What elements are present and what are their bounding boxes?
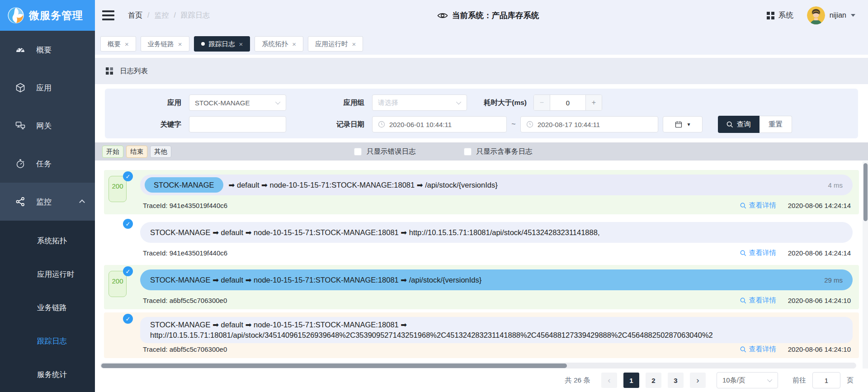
close-icon[interactable]: × bbox=[178, 40, 182, 48]
timer-icon bbox=[15, 159, 25, 169]
tab-trace-log[interactable]: 跟踪日志 × bbox=[194, 36, 250, 52]
check-icon: ✓ bbox=[123, 171, 133, 181]
log-route-bar[interactable]: STOCK-MANAGE ➡ default ➡ node-10-15-15-7… bbox=[140, 269, 853, 290]
log-time: 2020-08-06 14:24:14 bbox=[788, 249, 851, 257]
date-from-input[interactable]: 2020-06-01 10:44:11 bbox=[372, 116, 507, 132]
gauge-icon bbox=[15, 45, 25, 55]
search-icon bbox=[740, 298, 746, 304]
log-entry: ✓ STOCK-MANAGE ➡ default ➡ node-10-15-15… bbox=[104, 217, 859, 262]
app-name-pill: STOCK-MANAGE bbox=[145, 177, 223, 193]
prev-page-button[interactable]: ‹ bbox=[601, 373, 617, 388]
page-button-1[interactable]: 1 bbox=[623, 373, 639, 388]
search-button[interactable]: 查询 bbox=[718, 116, 760, 133]
username: nijian bbox=[830, 11, 846, 19]
caret-down-icon: ▾ bbox=[687, 121, 690, 128]
check-icon: ✓ bbox=[123, 219, 133, 229]
sidebar-item-business-chain[interactable]: 业务链路 bbox=[0, 291, 95, 325]
calendar-button[interactable]: ▾ bbox=[663, 116, 703, 132]
sidebar-item-applications[interactable]: 应用 bbox=[0, 69, 95, 107]
log-route-bar[interactable]: STOCK-MANAGE ➡ default ➡ node-10-15-15-7… bbox=[140, 222, 853, 243]
view-detail-link[interactable]: 查看详情 bbox=[740, 296, 776, 305]
date-to-input[interactable]: 2020-08-17 10:44:11 bbox=[520, 116, 658, 132]
clock-icon bbox=[526, 121, 533, 128]
view-detail-link[interactable]: 查看详情 bbox=[740, 345, 776, 354]
clock-icon bbox=[378, 121, 385, 128]
goto-page-input[interactable] bbox=[812, 372, 840, 388]
log-route-bar[interactable]: STOCK-MANAGE ➡ default ➡ node-10-15-15-7… bbox=[140, 175, 853, 195]
goto-suffix: 页 bbox=[847, 376, 854, 385]
tab-overview[interactable]: 概要 × bbox=[100, 36, 136, 52]
sidebar-item-service-stats[interactable]: 服务统计 bbox=[0, 358, 95, 392]
active-dot-icon bbox=[201, 42, 205, 46]
page-button-3[interactable]: 3 bbox=[668, 373, 684, 388]
grid-icon bbox=[767, 12, 774, 19]
breadcrumb-trace-log: 跟踪日志 bbox=[181, 11, 210, 20]
log-time: 2020-08-06 14:24:10 bbox=[788, 297, 851, 304]
tab-bar: 概要 × 业务链路 × 跟踪日志 × 系统拓扑 × 应用运行时 × bbox=[95, 31, 868, 55]
breadcrumb-home[interactable]: 首页 bbox=[128, 11, 142, 20]
next-page-button[interactable]: › bbox=[690, 373, 706, 388]
plus-button[interactable]: + bbox=[585, 95, 602, 110]
horizontal-scrollbar[interactable] bbox=[100, 363, 856, 368]
duration-value: 4 ms bbox=[821, 181, 843, 189]
top-bar: 微服务管理 首页 / 监控 / 跟踪日志 当前系统：产品库存系统 bbox=[0, 0, 868, 31]
pagination: 共 26 条 ‹ 1 2 3 › 10条/页 前往 页 bbox=[95, 368, 868, 392]
app-select[interactable]: STOCK-MANAGE bbox=[189, 94, 286, 111]
search-icon bbox=[740, 203, 746, 209]
sidebar-item-app-runtime[interactable]: 应用运行时 bbox=[0, 258, 95, 291]
log-list: 200 ✓ STOCK-MANAGE ➡ default ➡ node-10-1… bbox=[95, 161, 868, 368]
trace-id: TraceId: 941e435019f440c6 bbox=[143, 202, 227, 209]
close-icon[interactable]: × bbox=[292, 40, 296, 48]
page-size-select[interactable]: 10条/页 bbox=[717, 372, 778, 388]
app-logo[interactable]: 微服务管理 bbox=[0, 0, 95, 31]
trace-id: TraceId: a6bf5c5c706300e0 bbox=[143, 345, 227, 353]
keyword-input[interactable] bbox=[189, 116, 286, 132]
log-route-bar[interactable]: STOCK-MANAGE ➡ default ➡ node-10-15-15-7… bbox=[140, 317, 853, 343]
log-type-filter-row: 开始 结束 其他 只显示错误日志 只显示含事务日志 bbox=[95, 142, 868, 161]
tab-business-chain[interactable]: 业务链路 × bbox=[141, 36, 189, 52]
chevron-down-icon bbox=[456, 99, 461, 104]
duration-input[interactable] bbox=[550, 95, 585, 110]
reset-button[interactable]: 重置 bbox=[760, 116, 792, 133]
sidebar-item-monitor[interactable]: 监控 bbox=[0, 183, 95, 221]
user-menu[interactable]: nijian bbox=[807, 6, 855, 24]
checkbox-icon[interactable] bbox=[354, 148, 362, 156]
trace-id: TraceId: 941e435019f440c6 bbox=[143, 249, 227, 257]
sidebar-item-overview[interactable]: 概要 bbox=[0, 31, 95, 69]
sidebar-item-tasks[interactable]: 任务 bbox=[0, 145, 95, 183]
close-icon[interactable]: × bbox=[352, 40, 356, 48]
page-button-2[interactable]: 2 bbox=[646, 373, 661, 388]
app-group-select[interactable]: 请选择 bbox=[372, 94, 467, 111]
minus-button[interactable]: − bbox=[534, 95, 550, 110]
log-entry: 200 ✓ STOCK-MANAGE ➡ default ➡ node-10-1… bbox=[104, 170, 859, 214]
sidebar-submenu: 系统拓扑 应用运行时 业务链路 跟踪日志 服务统计 bbox=[0, 221, 95, 392]
logo-swirl-icon bbox=[7, 7, 24, 24]
checkbox-icon[interactable] bbox=[464, 148, 472, 156]
app-label: 应用 bbox=[105, 98, 189, 108]
filter-panel: 应用 STOCK-MANAGE 应用组 请选择 耗时大于(ms) − + bbox=[105, 89, 858, 138]
tag-end[interactable]: 结束 bbox=[126, 146, 147, 158]
sidebar-item-system-topology[interactable]: 系统拓扑 bbox=[0, 224, 95, 258]
view-detail-link[interactable]: 查看详情 bbox=[740, 249, 776, 257]
hamburger-menu-icon[interactable] bbox=[102, 10, 114, 20]
breadcrumb-monitor[interactable]: 监控 bbox=[154, 11, 169, 20]
app-group-label: 应用组 bbox=[286, 98, 372, 108]
sidebar-item-gateway[interactable]: 网关 bbox=[0, 107, 95, 145]
vertical-scrollbar-thumb[interactable] bbox=[863, 163, 868, 221]
tab-app-runtime[interactable]: 应用运行时 × bbox=[308, 36, 363, 52]
close-icon[interactable]: × bbox=[125, 40, 129, 48]
sidebar: 概要 应用 网关 bbox=[0, 31, 95, 392]
transaction-logs-checkbox[interactable]: 只显示含事务日志 bbox=[464, 147, 533, 156]
view-detail-link[interactable]: 查看详情 bbox=[740, 201, 776, 210]
sidebar-item-trace-log[interactable]: 跟踪日志 bbox=[0, 325, 95, 358]
tag-other[interactable]: 其他 bbox=[150, 146, 171, 158]
vertical-scrollbar[interactable] bbox=[863, 161, 868, 368]
duration-value: 29 ms bbox=[818, 276, 843, 284]
error-logs-checkbox[interactable]: 只显示错误日志 bbox=[354, 147, 416, 156]
tag-start[interactable]: 开始 bbox=[102, 146, 123, 158]
system-menu[interactable]: 系统 bbox=[767, 10, 793, 20]
horizontal-scrollbar-thumb[interactable] bbox=[101, 364, 567, 368]
tab-system-topology[interactable]: 系统拓扑 × bbox=[255, 36, 303, 52]
close-icon[interactable]: × bbox=[239, 40, 243, 48]
search-icon bbox=[726, 121, 733, 128]
